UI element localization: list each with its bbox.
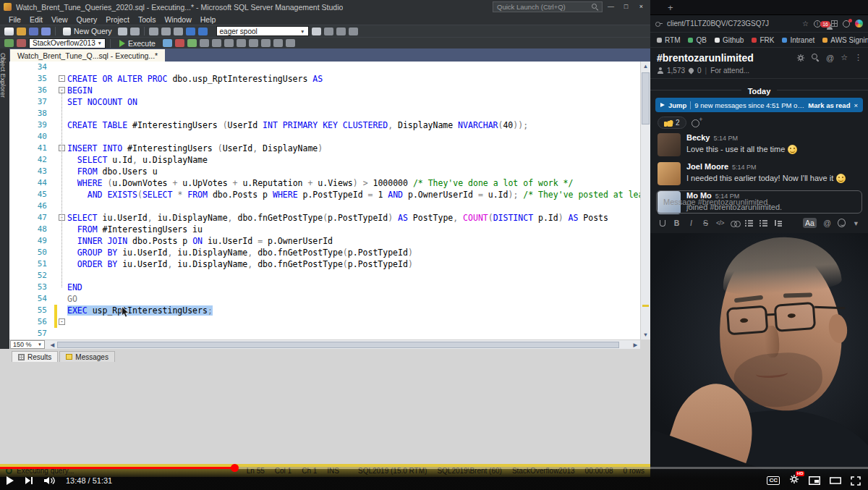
properties-icon[interactable] <box>336 28 346 35</box>
kebab-menu-icon[interactable]: ⋮ <box>854 53 862 62</box>
search-icon[interactable] <box>812 54 820 62</box>
new-query-button[interactable]: New Query <box>60 27 115 35</box>
code-line-44[interactable]: 44 WHERE (u.DownVotes + u.UpVotes + u.Re… <box>9 177 640 189</box>
member-count[interactable]: 1,573 <box>667 67 685 75</box>
menu-tools[interactable]: Tools <box>134 15 161 24</box>
thumbsup-reaction-pill[interactable]: 2 <box>658 117 686 129</box>
paste-icon[interactable] <box>174 28 183 35</box>
chevron-down-icon[interactable]: ▾ <box>852 218 860 228</box>
object-explorer-tab[interactable]: Object Explorer <box>0 53 9 98</box>
progress-scrubber[interactable] <box>231 464 239 472</box>
dropdown-icon[interactable]: ▼ <box>38 342 42 347</box>
italic-button[interactable]: I <box>687 218 695 228</box>
emoji-button[interactable] <box>838 218 846 228</box>
menu-edit[interactable]: Edit <box>25 15 47 24</box>
bookmark-github[interactable]: Github <box>715 36 744 44</box>
settings-button[interactable]: HD <box>789 474 799 487</box>
avatar[interactable] <box>658 162 681 185</box>
tab-results[interactable]: Results <box>12 351 58 362</box>
fold-margin[interactable]: - <box>57 143 67 154</box>
slack-logo-icon[interactable] <box>855 20 863 28</box>
message-input[interactable]: Message #brentozarunlimited <box>656 190 862 214</box>
text-format-button[interactable]: Aa <box>803 218 817 228</box>
code-line-56[interactable]: 56- <box>9 316 640 328</box>
code-button[interactable]: </> <box>716 218 724 228</box>
gear-icon[interactable] <box>796 54 805 62</box>
cut-icon[interactable] <box>149 28 158 35</box>
jump-label[interactable]: Jump <box>668 101 686 109</box>
options-icon[interactable] <box>324 28 333 35</box>
workspace-path[interactable]: client/T1LTZ0BQV/C723GSQ7J <box>667 20 798 28</box>
cancel-icon[interactable] <box>175 39 184 47</box>
code-line-52[interactable]: 52 <box>9 270 640 282</box>
volume-button[interactable] <box>43 476 56 485</box>
indent-icon[interactable] <box>273 39 283 47</box>
unread-banner[interactable]: Jump 9 new messages since 4:51 PM on Jan… <box>655 98 863 112</box>
title-bar[interactable]: Watch_Brent_Tune_Queries_2020.sql - Exec… <box>0 0 650 14</box>
maximize-button[interactable]: □ <box>618 0 634 13</box>
bold-button[interactable]: B <box>673 218 681 228</box>
fold-margin[interactable]: - <box>57 85 67 96</box>
menu-project[interactable]: Project <box>101 15 134 24</box>
menu-window[interactable]: Window <box>160 15 195 24</box>
comment-icon[interactable] <box>249 39 258 47</box>
execute-button[interactable]: Execute <box>115 39 160 48</box>
database-combobox[interactable]: StackOverflow2013 ▼ <box>29 38 106 48</box>
fold-margin[interactable]: - <box>57 73 67 85</box>
avatar[interactable] <box>658 133 681 156</box>
hscroll-track[interactable] <box>57 341 631 349</box>
save-icon[interactable] <box>29 28 38 35</box>
minimize-button[interactable]: — <box>603 0 618 13</box>
close-banner-icon[interactable]: × <box>854 101 858 109</box>
undo-icon[interactable] <box>186 28 195 35</box>
vscroll-thumb[interactable] <box>642 72 650 124</box>
channel-topic[interactable]: For attend... <box>710 67 749 75</box>
new-tab-button[interactable]: + <box>668 2 673 13</box>
help-icon[interactable] <box>349 28 358 35</box>
fold-collapse-box[interactable]: - <box>59 87 65 93</box>
play-button[interactable] <box>6 476 14 486</box>
find-icon[interactable] <box>312 28 321 35</box>
bookmark-intranet[interactable]: Intranet <box>782 36 814 44</box>
code-line-42[interactable]: 42 SELECT u.Id, u.DisplayName <box>9 154 640 166</box>
tab-messages[interactable]: Messages <box>59 351 115 362</box>
captions-button[interactable]: CC <box>767 476 780 485</box>
video-progress-bar[interactable] <box>0 467 868 469</box>
open-file-icon[interactable] <box>17 28 26 35</box>
code-line-39[interactable]: 39CREATE TABLE #InterestingUsers (UserId… <box>9 119 640 131</box>
redo-icon[interactable] <box>198 28 208 35</box>
parse-icon[interactable] <box>163 39 172 47</box>
code-line-53[interactable]: 53END <box>9 282 640 293</box>
code-line-43[interactable]: 43 FROM dbo.Users u <box>9 166 640 177</box>
zoom-select[interactable]: 150 % ▼ <box>10 340 45 349</box>
code-line-50[interactable]: 50 GROUP BY iu.UserId, iu.DisplayName, d… <box>9 247 640 258</box>
quick-launch-input[interactable]: Quick Launch (Ctrl+Q) <box>493 1 603 12</box>
menu-view[interactable]: View <box>47 15 72 24</box>
star-icon[interactable]: ☆ <box>802 20 809 28</box>
dropdown-icon[interactable]: ▼ <box>300 29 305 34</box>
add-reaction-button[interactable] <box>692 118 705 127</box>
hscroll-thumb[interactable] <box>57 342 619 348</box>
code-line-45[interactable]: 45 AND EXISTS(SELECT * FROM dbo.Posts p … <box>9 189 640 200</box>
mark-as-read-button[interactable]: Mark as read <box>808 101 850 109</box>
new-file-icon[interactable] <box>4 28 14 35</box>
mentions-at-icon[interactable]: @ <box>826 54 834 62</box>
code-line-37[interactable]: 37SET NOCOUNT ON <box>9 96 640 108</box>
document-tab[interactable]: Watch_Brent_Tune_Q...sql - Executing...* <box>10 49 165 62</box>
code-line-51[interactable]: 51 ORDER BY iu.UserId, iu.DisplayName, d… <box>9 258 640 270</box>
link-button[interactable] <box>731 218 739 228</box>
code-line-35[interactable]: 35-CREATE OR ALTER PROC dbo.usp_RptInter… <box>9 73 640 85</box>
code-line-54[interactable]: 54GO <box>9 293 640 305</box>
theater-mode-button[interactable] <box>830 476 841 485</box>
notifications-button[interactable] <box>843 20 850 28</box>
code-line-55[interactable]: 55EXEC usp_RptInterestingUsers; <box>9 305 640 316</box>
next-button[interactable] <box>25 476 33 485</box>
results-text-icon[interactable] <box>237 39 246 47</box>
horizontal-scrollbar[interactable]: 150 % ▼ ◀ ▶ <box>9 339 640 349</box>
code-line-41[interactable]: 41-INSERT INTO #InterestingUsers (UserId… <box>9 143 640 154</box>
edit-query-icon[interactable] <box>130 28 140 35</box>
date-divider[interactable]: Today <box>650 84 868 96</box>
fullscreen-button[interactable] <box>851 476 861 486</box>
bookmark-rtm[interactable]: RTM <box>657 36 680 44</box>
strikethrough-button[interactable]: S <box>702 218 710 228</box>
